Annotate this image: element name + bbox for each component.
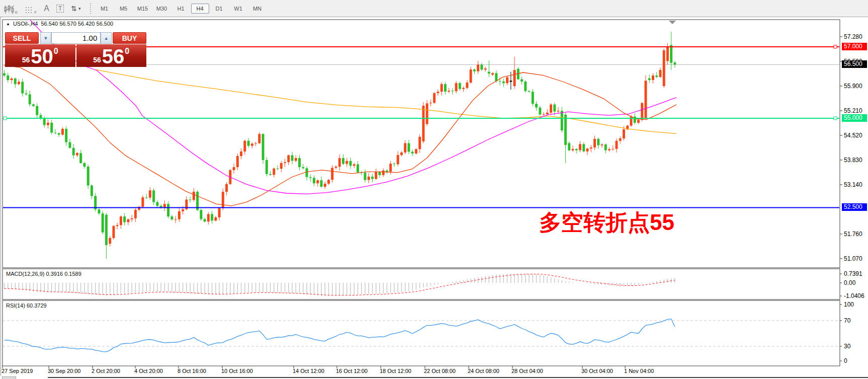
time-axis-label: 18 Oct 12:00 (380, 368, 411, 374)
rsi-axis-label: 100 (844, 301, 854, 308)
price-level-label: 55.000 (842, 114, 867, 122)
scrollbar-track-line (48, 377, 868, 378)
level-handle[interactable] (834, 45, 837, 48)
volume-increase-button[interactable]: ▲ (101, 32, 112, 44)
chart-header: ▲ USOil-,H4 56.540 56.570 56.420 56.500 (6, 21, 113, 27)
one-click-trading-panel: SELL ▼ 1.00 ▲ BUY 56 50 0 56 56 0 (5, 32, 146, 67)
price-level-label: 52.500 (842, 203, 867, 211)
time-axis-label: 28 Oct 04:00 (511, 368, 543, 374)
price-level-label: 57.000 (842, 43, 867, 50)
time-axis-label: 22 Oct 08:00 (424, 368, 456, 374)
time-axis-label: 8 Oct 16:00 (178, 368, 206, 374)
macd-axis-label: 0.00 (844, 279, 855, 286)
volume-decrease-button[interactable]: ▼ (40, 32, 51, 44)
time-axis-label: 2 Oct 20:00 (92, 368, 120, 374)
price-tick-label: 53.140 (844, 181, 862, 188)
buy-button[interactable]: BUY (113, 32, 146, 44)
bid-price-box[interactable]: 56 50 0 (5, 44, 75, 67)
time-axis-label: 30 Oct 04:00 (581, 368, 613, 374)
bid-sup-digit: 0 (54, 47, 58, 56)
price-level-label: 56.500 (842, 60, 867, 68)
price-tick-label: 51.070 (844, 255, 862, 262)
price-tick-label: 55.900 (844, 83, 862, 90)
rsi-axis-label: 30 (844, 343, 850, 350)
time-axis-label: 1 Nov 04:00 (624, 368, 654, 374)
price-tick-label: 54.520 (844, 132, 862, 139)
pane-rsi-border (3, 300, 840, 366)
ohlc-values: 56.540 56.570 56.420 56.500 (41, 21, 113, 27)
time-axis-label: 30 Sep 20:00 (48, 368, 80, 374)
rsi-axis-label: 70 (844, 317, 850, 324)
volume-input[interactable]: 1.00 (51, 32, 101, 44)
ask-price-box[interactable]: 56 56 0 (76, 44, 147, 67)
macd-label: MACD(12,26,9) 0.3916 0.1589 (6, 271, 81, 277)
ask-sup-digit: 0 (125, 47, 129, 56)
bottom-scroll-area (0, 376, 868, 379)
time-axis-label: 4 Oct 20:00 (134, 368, 163, 374)
bid-big-digits: 50 (31, 47, 53, 66)
rsi-label: RSI(14) 60.3729 (6, 302, 47, 309)
price-tick-label: 51.760 (844, 231, 862, 238)
chart-annotation-text: 多空转折点55 (539, 208, 674, 238)
level-handle[interactable] (4, 117, 7, 120)
time-axis-label: 14 Oct 12:00 (293, 368, 324, 374)
time-axis-label: 27 Sep 2019 (2, 368, 33, 374)
time-axis-label: 10 Oct 16:00 (221, 368, 253, 374)
price-tick-label: 55.210 (844, 107, 862, 114)
ask-big-digits: 56 (102, 47, 125, 66)
level-handle[interactable] (834, 117, 837, 120)
app-window: E F A T ⇅ ▾ M1M5M15M30H1H4D1W1MN ▲ USOil… (0, 0, 868, 379)
scrollbar-thumb[interactable] (2, 376, 16, 379)
time-axis-label: 24 Oct 08:00 (468, 368, 499, 374)
sell-button[interactable]: SELL (5, 32, 39, 44)
symbol-period-label: USOil-,H4 (13, 21, 38, 27)
price-tick-label: 53.830 (844, 157, 862, 164)
collapse-triangle-icon[interactable]: ▲ (6, 22, 10, 26)
price-tick-label: 57.280 (844, 33, 862, 40)
ask-prefix: 56 (93, 56, 101, 64)
macd-axis-label: -1.0406 (844, 292, 864, 299)
macd-axis-label: 0.7391 (844, 270, 862, 277)
time-axis-label: 16 Oct 12:00 (336, 368, 368, 374)
bid-prefix: 56 (22, 56, 30, 64)
rsi-axis-label: 0 (844, 357, 847, 364)
